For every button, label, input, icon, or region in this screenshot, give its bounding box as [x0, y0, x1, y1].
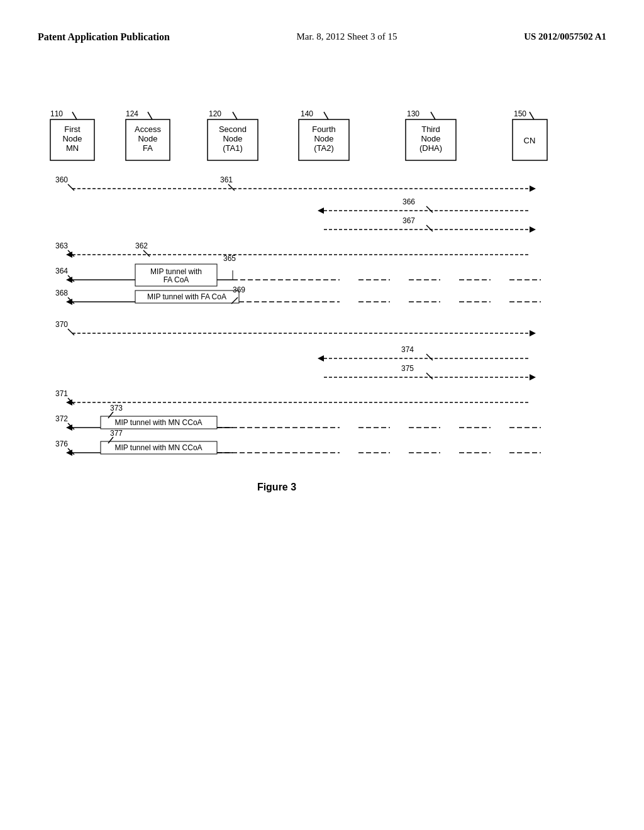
- svg-line-87: [426, 354, 433, 360]
- svg-text:Node: Node: [314, 134, 333, 143]
- svg-text:140: 140: [301, 109, 313, 118]
- svg-line-32: [431, 112, 435, 119]
- svg-line-37: [228, 184, 235, 191]
- svg-marker-111: [66, 450, 72, 456]
- svg-text:Fourth: Fourth: [312, 124, 336, 134]
- diagram-svg: First Node MN Access Node FA Second Node…: [38, 88, 606, 792]
- patent-number: US 2012/0057502 A1: [524, 31, 606, 42]
- svg-text:373: 373: [110, 404, 123, 412]
- svg-text:(TA2): (TA2): [314, 143, 334, 153]
- svg-marker-94: [66, 399, 72, 406]
- svg-marker-90: [530, 374, 536, 380]
- svg-marker-86: [318, 355, 324, 362]
- svg-line-30: [233, 112, 237, 119]
- svg-text:120: 120: [209, 109, 221, 118]
- svg-marker-82: [530, 330, 536, 336]
- publication-title: Patent Application Publication: [38, 31, 170, 43]
- svg-marker-55: [66, 277, 72, 283]
- svg-text:Node: Node: [421, 134, 440, 143]
- svg-text:First: First: [64, 124, 80, 134]
- svg-text:Second: Second: [219, 124, 247, 134]
- svg-text:MN: MN: [66, 143, 79, 153]
- header: Patent Application Publication Mar. 8, 2…: [0, 31, 644, 43]
- svg-text:377: 377: [110, 429, 123, 438]
- svg-marker-49: [66, 252, 72, 258]
- svg-marker-45: [530, 226, 536, 233]
- svg-text:362: 362: [135, 241, 148, 250]
- svg-line-51: [143, 250, 150, 257]
- svg-text:374: 374: [401, 345, 414, 354]
- svg-line-29: [148, 112, 152, 119]
- svg-text:367: 367: [402, 216, 415, 225]
- svg-line-31: [324, 112, 328, 119]
- svg-text:CN: CN: [524, 136, 536, 145]
- svg-line-83: [68, 329, 74, 335]
- svg-marker-35: [530, 185, 536, 192]
- svg-text:372: 372: [55, 414, 68, 423]
- header-info: Mar. 8, 2012 Sheet 3 of 15: [296, 31, 397, 42]
- svg-marker-69: [66, 299, 72, 305]
- svg-line-33: [530, 112, 534, 119]
- svg-text:110: 110: [50, 109, 63, 118]
- svg-marker-98: [66, 424, 72, 431]
- svg-text:MIP tunnel with FA CoA: MIP tunnel with FA CoA: [147, 292, 226, 301]
- diagram: First Node MN Access Node FA Second Node…: [38, 88, 606, 792]
- svg-text:124: 124: [126, 109, 138, 118]
- page: Patent Application Publication Mar. 8, 2…: [0, 0, 644, 830]
- svg-text:363: 363: [55, 241, 68, 250]
- svg-text:368: 368: [55, 289, 68, 297]
- svg-text:FA CoA: FA CoA: [164, 275, 189, 284]
- svg-text:Third: Third: [421, 124, 440, 134]
- svg-text:365: 365: [223, 254, 236, 263]
- svg-text:FA: FA: [143, 143, 153, 153]
- svg-text:375: 375: [401, 364, 414, 373]
- svg-text:371: 371: [55, 389, 68, 398]
- svg-text:376: 376: [55, 440, 68, 448]
- svg-text:MIP tunnel with MN CCoA: MIP tunnel with MN CCoA: [114, 418, 202, 427]
- svg-text:Node: Node: [138, 134, 157, 143]
- svg-text:130: 130: [407, 109, 419, 118]
- svg-text:MIP tunnel with: MIP tunnel with: [150, 267, 202, 276]
- svg-text:Node: Node: [62, 134, 82, 143]
- svg-text:MIP tunnel with MN CCoA: MIP tunnel with MN CCoA: [114, 443, 202, 452]
- svg-text:150: 150: [514, 109, 526, 118]
- svg-text:366: 366: [402, 197, 415, 206]
- svg-line-28: [72, 112, 77, 119]
- svg-line-36: [68, 184, 74, 191]
- svg-text:369: 369: [233, 285, 245, 294]
- svg-line-91: [426, 373, 433, 379]
- svg-text:Access: Access: [135, 124, 161, 134]
- svg-marker-41: [318, 208, 324, 214]
- svg-text:(TA1): (TA1): [223, 143, 243, 153]
- svg-text:370: 370: [55, 320, 68, 329]
- svg-text:(DHA): (DHA): [419, 143, 442, 153]
- svg-text:360: 360: [55, 175, 68, 184]
- svg-text:364: 364: [55, 267, 68, 275]
- svg-line-46: [426, 225, 433, 231]
- svg-text:Node: Node: [223, 134, 242, 143]
- svg-text:361: 361: [220, 175, 233, 184]
- svg-text:Figure 3: Figure 3: [257, 482, 296, 492]
- svg-line-42: [426, 206, 433, 213]
